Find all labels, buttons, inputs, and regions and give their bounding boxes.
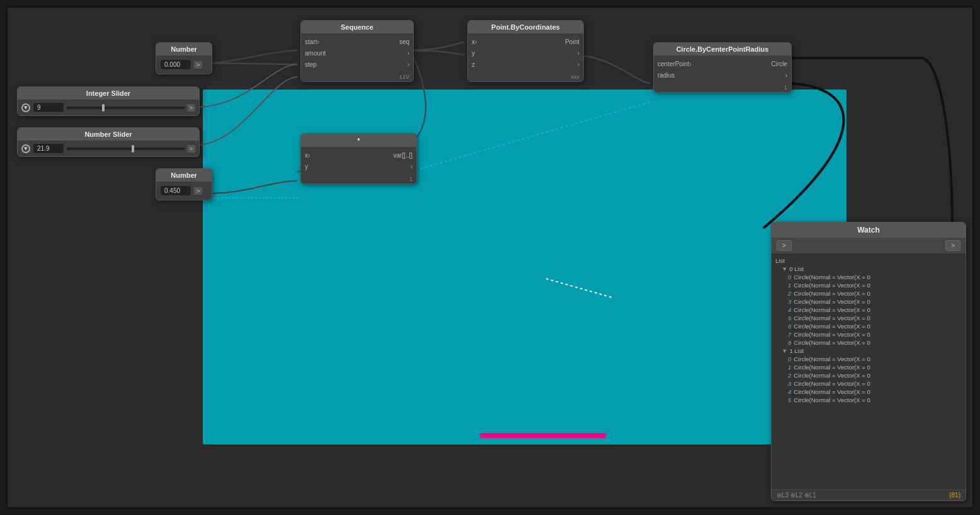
watch-item-1-4: 4Circle(Normal = Vector(X = 0 <box>775 388 962 396</box>
dot-bottom-label: 1 <box>301 175 416 183</box>
watch-item-1-list: ▼1 List <box>775 347 962 355</box>
watch-item-0-4: 4Circle(Normal = Vector(X = 0 <box>775 306 962 314</box>
sequence-port-start-label: start <box>305 38 317 45</box>
sequence-output-label: seq <box>399 38 409 45</box>
number-slider: Number Slider ▾ 21.9 > <box>17 127 200 157</box>
watch-toolbar: > > <box>772 238 966 254</box>
watch-item-1-0: 0Circle(Normal = Vector(X = 0 <box>775 355 962 363</box>
watch-footer-left: ⊕L3 ⊕L2 ⊕L1 <box>777 492 816 499</box>
number-slider-arrow[interactable]: > <box>187 145 195 153</box>
watch-item-0-8: 8Circle(Normal = Vector(X = 0 <box>775 339 962 347</box>
point-x-arrow: › <box>475 38 477 45</box>
circle-radius-arrow: › <box>785 72 787 79</box>
point-z-arrow: › <box>578 61 579 68</box>
number-node-2-title: Number <box>156 169 212 182</box>
watch-item-0-3: 3Circle(Normal = Vector(X = 0 <box>775 298 962 306</box>
number-node-1: Number 0.000 > <box>156 42 212 74</box>
circle-node-title: Circle.ByCenterPointRadius <box>654 43 791 55</box>
number-slider-circle-icon[interactable]: ▾ <box>21 144 30 153</box>
integer-slider-value[interactable]: 9 <box>33 102 64 113</box>
point-port-z-label: z <box>472 61 475 68</box>
integer-slider: Integer Slider ▾ 9 > <box>17 86 200 116</box>
number-slider-value[interactable]: 21.9 <box>33 143 64 154</box>
teal-background <box>203 90 846 444</box>
watch-footer: ⊕L3 ⊕L2 ⊕L1 (81) <box>772 489 966 501</box>
watch-item-1-5: 5Circle(Normal = Vector(X = 0 <box>775 396 962 404</box>
watch-item-1-3: 3Circle(Normal = Vector(X = 0 <box>775 379 962 388</box>
point-by-coords-node: Point.ByCoordinates x › Point y › z › xx… <box>467 20 584 82</box>
watch-item-0-5: 5Circle(Normal = Vector(X = 0 <box>775 314 962 322</box>
watch-btn-left[interactable]: > <box>777 240 792 251</box>
number-node-2-arrow[interactable]: > <box>194 187 202 195</box>
sequence-port-amount-label: amount <box>305 50 326 57</box>
sequence-port-step-label: step <box>305 61 317 68</box>
point-output-label: Point <box>565 38 579 45</box>
integer-slider-arrow[interactable]: > <box>187 104 195 112</box>
dot-x-arrow: › <box>308 152 310 159</box>
circle-node: Circle.ByCenterPointRadius centerPoint ›… <box>653 42 792 93</box>
watch-btn-right[interactable]: > <box>945 240 960 251</box>
sequence-start-arrow: › <box>317 38 319 45</box>
circle-port-radius-label: radius <box>658 72 675 79</box>
circle-output-label: Circle <box>771 61 787 67</box>
number-node-2: Number 0.450 > <box>156 168 212 200</box>
point-port-y-label: y <box>472 50 475 57</box>
sequence-amount-arrow: › <box>407 50 409 57</box>
sequence-step-arrow: › <box>407 61 409 68</box>
watch-item-0-0: 0Circle(Normal = Vector(X = 0 <box>775 273 962 281</box>
number-node-1-title: Number <box>156 43 212 55</box>
circle-center-arrow: › <box>690 61 692 67</box>
watch-item-0-list: ▼0 List <box>775 265 962 273</box>
watch-item-0-7: 7Circle(Normal = Vector(X = 0 <box>775 330 962 339</box>
number-slider-title: Number Slider <box>18 128 199 141</box>
dot-node: * x › var[]..[] y › 1 <box>300 134 417 184</box>
point-y-arrow: › <box>578 50 579 57</box>
number-slider-track[interactable] <box>67 148 185 150</box>
watch-item-0-6: 6Circle(Normal = Vector(X = 0 <box>775 322 962 330</box>
sequence-node: Sequence start › seq amount › step › 11V <box>300 20 414 82</box>
watch-content[interactable]: List ▼0 List 0Circle(Normal = Vector(X =… <box>772 254 966 489</box>
circle-bottom-label: 1 <box>654 83 791 92</box>
integer-slider-track[interactable] <box>67 107 185 109</box>
watch-item-1-2: 2Circle(Normal = Vector(X = 0 <box>775 371 962 379</box>
dot-port-y-label: y <box>305 163 308 170</box>
integer-slider-circle-icon[interactable]: ▾ <box>21 103 30 112</box>
watch-panel: Watch > > List ▼0 List 0Circle(Normal = … <box>771 222 966 501</box>
watch-list-label: List <box>775 257 962 265</box>
sequence-bottom-label: 11V <box>301 72 413 81</box>
dot-y-arrow: › <box>411 163 413 170</box>
dot-node-title: * <box>301 134 416 147</box>
pink-bar <box>480 433 606 438</box>
integer-slider-title: Integer Slider <box>18 87 199 100</box>
number-node-1-value[interactable]: 0.000 <box>160 59 191 70</box>
watch-item-1-1: 1Circle(Normal = Vector(X = 0 <box>775 363 962 371</box>
watch-item-0-2: 2Circle(Normal = Vector(X = 0 <box>775 289 962 298</box>
sequence-node-title: Sequence <box>301 21 413 33</box>
dot-output-label: var[]..[] <box>393 152 413 159</box>
number-node-1-arrow[interactable]: > <box>194 61 202 69</box>
watch-panel-title: Watch <box>772 223 966 238</box>
circle-port-center-label: centerPoint <box>658 61 690 67</box>
watch-footer-right: (81) <box>949 492 960 499</box>
point-node-title: Point.ByCoordinates <box>468 21 583 33</box>
number-node-2-value[interactable]: 0.450 <box>160 185 191 196</box>
watch-item-0-1: 1Circle(Normal = Vector(X = 0 <box>775 281 962 289</box>
canvas-area: Number 0.000 > Integer Slider ▾ 9 > Numb… <box>6 6 974 509</box>
point-bottom-label: xxx <box>468 72 583 81</box>
